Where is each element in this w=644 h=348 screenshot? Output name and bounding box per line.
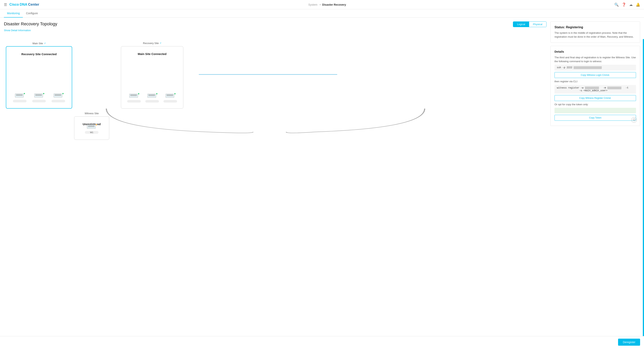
hamburger-icon[interactable]: ☰ — [4, 2, 7, 7]
external-link-icon[interactable]: ↗ — [44, 42, 46, 45]
server-icon — [87, 125, 96, 129]
brand-cisco: Cisco — [9, 2, 19, 7]
witness-site-label: Witness Site — [85, 112, 99, 115]
witness-node-1: W1 — [85, 125, 98, 134]
recovery-node-2-icon — [148, 94, 157, 99]
main-site-box: Main Site ↗ Recovery Site Connected ████… — [6, 46, 72, 109]
main-node-2: ████████ — [32, 94, 46, 102]
breadcrumb-system: System — [308, 3, 318, 6]
view-toggle: Logical Physical — [513, 21, 546, 27]
cloud-icon[interactable]: ☁ — [629, 2, 633, 7]
recovery-node-1-icon — [129, 94, 139, 99]
details-title: Details — [554, 50, 636, 53]
brand-logo: Cisco DNA Center — [9, 2, 39, 7]
server-icon — [148, 94, 156, 98]
status-dot-green — [43, 93, 45, 94]
status-dot-green — [174, 93, 176, 95]
left-panel: Disaster Recovery Topology Logical Physi… — [4, 21, 546, 343]
witness-node-1-icon — [87, 125, 96, 130]
help-icon[interactable]: ❓ — [622, 2, 626, 7]
main-node-3: ████████ — [52, 94, 65, 102]
recovery-site-box: Recovery Site ↗ Main Site Connected ████… — [121, 46, 183, 109]
page-header: Disaster Recovery Topology Logical Physi… — [4, 21, 546, 27]
recovery-node-1-label: ████████ — [127, 100, 141, 102]
main-node-1-icon — [15, 94, 24, 99]
main-node-1-label: ████████ — [13, 100, 26, 102]
main-node-3-icon — [54, 94, 63, 99]
witness-node-label: W1 — [85, 131, 98, 134]
server-icon — [129, 94, 138, 98]
nav-icons: 🔍 ❓ ☁ 🔔 — [614, 2, 640, 7]
status-dot-green — [62, 93, 64, 94]
copy-register-button[interactable]: Copy Witness Register Cmmd. — [554, 95, 636, 101]
server-icon — [166, 94, 174, 98]
brand-dna: DNA — [20, 2, 27, 7]
main-node-1: ████████ — [13, 94, 26, 102]
then-text: then register via CLI: — [554, 79, 636, 83]
recovery-site-status: Main Site Connected — [121, 52, 183, 55]
main-node-2-icon — [34, 94, 44, 99]
details-intro: The third and final step of registration… — [554, 55, 636, 63]
bottom-bar: Deregister — [0, 336, 644, 347]
logical-view-button[interactable]: Logical — [513, 22, 529, 27]
token-bar — [554, 108, 636, 113]
brand-center: Center — [28, 2, 39, 7]
search-icon[interactable]: 🔍 — [614, 2, 619, 7]
recovery-node-3-label: ████████ — [164, 100, 177, 102]
page-title: Disaster Recovery Topology — [4, 21, 57, 26]
external-link-icon-2[interactable]: ↗ — [160, 42, 161, 44]
witness-site-box: Witness Site Unregistered W1 — [74, 116, 109, 140]
server-icon — [34, 94, 43, 97]
tab-configure[interactable]: Configure — [23, 9, 41, 17]
main-site-status: Recovery Site Connected — [6, 52, 72, 56]
deregister-button[interactable]: Deregister — [618, 339, 640, 346]
recovery-node-3-icon — [166, 94, 175, 99]
scrollbar[interactable] — [643, 39, 644, 336]
tab-bar: Monitoring Configure — [0, 9, 644, 17]
status-dot-green — [138, 93, 140, 95]
main-content: Disaster Recovery Topology Logical Physi… — [0, 17, 644, 347]
ssh-command: ssh -p 2222 ████████████████████ — [554, 65, 636, 71]
bell-icon[interactable]: 🔔 — [636, 2, 640, 7]
details-card: Details The third and final step of regi… — [550, 46, 640, 126]
breadcrumb-sep: • — [320, 3, 321, 6]
copy-token-button[interactable]: Copy Token — [554, 115, 636, 121]
recovery-node-2-label: ████████ — [145, 100, 159, 102]
topology-diagram: Main Site ↗ Recovery Site Connected ████… — [4, 36, 546, 138]
or-text: Or opt for copy the token only: — [554, 102, 636, 106]
breadcrumb: System • Disaster Recovery — [308, 3, 346, 6]
tab-monitoring[interactable]: Monitoring — [4, 9, 23, 17]
recovery-node-3: ████████ — [164, 94, 177, 102]
main-site-label: Main Site ↗ — [32, 42, 46, 45]
main-site-nodes: ████████ ████████ — [6, 94, 72, 102]
breadcrumb-page: Disaster Recovery — [322, 3, 346, 6]
status-dot-green — [156, 93, 158, 95]
show-detail-link[interactable]: Show Detail Information — [4, 29, 31, 32]
recovery-site-nodes: ████████ ████████ — [121, 94, 183, 102]
register-command: witness register -w ██████████ -m ██████… — [554, 85, 636, 94]
status-title: Status: Registering — [554, 25, 636, 29]
copy-login-button[interactable]: Copy Witness Login Cmmd. — [554, 72, 636, 78]
status-text: The system is in the middle of registrat… — [554, 31, 636, 39]
right-panel: Status: Registering The system is in the… — [550, 21, 640, 343]
top-nav: ☰ Cisco DNA Center System • Disaster Rec… — [0, 0, 644, 9]
recovery-node-1: ████████ — [127, 94, 141, 102]
status-dot-warning — [95, 124, 97, 126]
main-node-3-label: ████████ — [52, 100, 65, 102]
witness-site-nodes: W1 — [74, 125, 109, 134]
recovery-site-label: Recovery Site ↗ — [143, 42, 161, 45]
recovery-node-2: ████████ — [145, 94, 159, 102]
server-icon — [15, 94, 24, 97]
info-icon[interactable]: ⓘ — [631, 117, 637, 123]
main-node-2-label: ████████ — [32, 100, 46, 102]
status-card: Status: Registering The system is in the… — [550, 21, 640, 43]
status-dot-green — [24, 93, 25, 94]
server-icon — [54, 94, 62, 97]
physical-view-button[interactable]: Physical — [529, 22, 546, 27]
